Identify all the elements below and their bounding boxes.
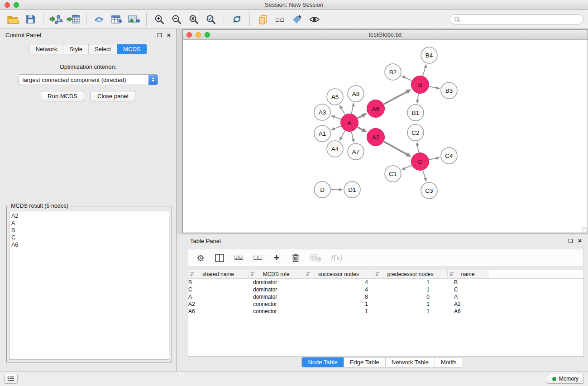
style-brush-button[interactable] [289,12,305,27]
graph-edge-B-B2[interactable] [404,77,412,81]
task-history-button[interactable] [4,374,18,384]
zoom-in-button[interactable] [152,12,167,27]
table-cell: 1 [373,286,448,293]
mcds-result-item[interactable]: C [11,234,167,241]
export-image-button[interactable] [126,12,141,27]
trash-icon [291,253,300,263]
zoom-in-icon [154,14,165,25]
open-session-button[interactable] [5,12,21,27]
table-cell: 1 [373,308,448,315]
graph-edge-C-C2[interactable] [417,145,419,152]
zoom-network-button[interactable] [205,32,210,38]
column-header-successor-nodes[interactable]: successor nodes [304,270,373,278]
new-table-button[interactable] [109,12,124,27]
graph-edge-A-A7[interactable] [351,132,353,140]
import-network-button[interactable] [48,12,64,27]
tab-node-table[interactable]: Node Table [302,357,344,367]
table-row[interactable]: A6connector11A6 [188,308,583,315]
memory-label: Memory [559,376,578,382]
column-header-shared-name[interactable]: shared name [188,270,249,278]
show-columns-button[interactable] [215,253,225,262]
new-network-button[interactable] [91,12,107,27]
mcds-result-list[interactable]: A2ABCA6 [9,211,169,360]
graph-edge-A6-B[interactable] [384,91,407,104]
toolbar-divider [249,13,250,26]
first-neighbors-button[interactable]: ⌂⌂ [272,12,287,27]
graph-edge-A-A6[interactable] [358,115,363,118]
close-network-button[interactable] [186,32,192,38]
close-window-button[interactable] [5,2,10,8]
mcds-result-item[interactable]: A6 [11,241,167,248]
close-panel-icon[interactable]: × [578,238,582,244]
add-column-button[interactable]: + [272,253,282,263]
window-controls [5,2,19,8]
save-session-button[interactable] [23,12,38,27]
delete-table-button[interactable] [310,253,321,262]
graph-edge-C-C4[interactable] [429,158,437,160]
search-input[interactable] [463,16,579,23]
optimization-dropdown[interactable]: largest connected component (directed) [19,74,158,85]
table-row[interactable]: A2connector11A2 [188,300,583,308]
graph-edge-B-B4[interactable] [423,67,425,76]
run-mcds-button[interactable]: Run MCDS [41,91,84,101]
copy-session-button[interactable] [255,12,270,27]
graph-edge-B-B1[interactable] [417,94,418,100]
network-canvas[interactable]: AA1A2A3A4A5A6A7A8BB1B2B3B4CC1C2C3C4DD1 [183,40,588,233]
table-settings-button[interactable]: ⚙ [196,254,206,262]
tab-select[interactable]: Select [89,44,117,54]
float-panel-icon[interactable] [569,239,573,243]
tab-network-table[interactable]: Network Table [386,357,435,367]
graph-edge-arrow [424,177,427,182]
close-panel-icon[interactable]: × [167,32,171,38]
table-row[interactable]: Bdominator41B [188,279,583,286]
mcds-result-item[interactable]: A [11,219,167,227]
graph-edge-A-A3[interactable] [334,117,341,119]
select-all-button[interactable]: ☑☑ [234,255,244,261]
graph-edge-arrow [331,127,335,130]
resize-grip[interactable] [582,227,587,232]
table-row[interactable]: Adominator80A [188,293,583,300]
import-table-button[interactable] [66,12,81,27]
table-cell: A [188,294,249,300]
column-header-mcds-role[interactable]: MCDS role [249,270,304,278]
graph-edge-A2-C[interactable] [384,142,407,155]
float-panel-icon[interactable] [158,33,162,37]
graph-edge-A-A8[interactable] [351,105,353,114]
graph-edge-A-A4[interactable] [341,131,345,138]
graph-edge-arrow [416,100,419,104]
optimization-dropdown-value: largest connected component (directed) [19,76,148,83]
graph-edge-B-B3[interactable] [429,86,437,88]
mcds-result-item[interactable]: B [11,227,167,234]
function-builder-button[interactable]: f(x) [330,254,342,262]
mcds-result-item[interactable]: A2 [11,212,167,219]
table-cell: 1 [304,308,373,315]
graph-edge-A-A1[interactable] [334,126,341,129]
graph-node-label: A4 [331,146,339,152]
show-hide-button[interactable] [306,12,322,27]
tab-network[interactable]: Network [29,44,63,54]
zoom-out-button[interactable] [169,12,184,27]
deselect-all-button[interactable]: ☐☐ [253,255,263,261]
column-header-predecessor-nodes[interactable]: predecessor nodes [373,270,448,278]
delete-column-button[interactable] [291,253,301,263]
graph-edge-A-A5[interactable] [341,108,345,115]
tab-motifs[interactable]: Motifs [435,357,463,367]
graph-edge-arrow [416,142,419,146]
zoom-window-button[interactable] [14,2,19,8]
graph-edge-A-A2[interactable] [358,127,363,130]
apply-layout-button[interactable] [229,12,244,27]
column-header-name[interactable]: name [448,270,488,278]
tab-style[interactable]: Style [63,44,89,54]
tab-mcds[interactable]: MCDS [117,44,146,54]
close-panel-button[interactable]: Close panel [91,91,135,101]
memory-button[interactable]: Memory [547,374,584,384]
tab-edge-table[interactable]: Edge Table [344,357,386,367]
mcds-result-title: MCDS result (5 nodes) [9,203,70,209]
zoom-fit-button[interactable] [186,12,201,27]
graph-node-label: C1 [389,171,397,177]
table-row[interactable]: Cdominator41C [188,286,583,293]
minimize-network-button[interactable] [196,32,201,38]
graph-edge-C-C1[interactable] [404,165,412,169]
graph-edge-C-C3[interactable] [423,171,425,179]
zoom-selected-button[interactable] [203,12,219,27]
